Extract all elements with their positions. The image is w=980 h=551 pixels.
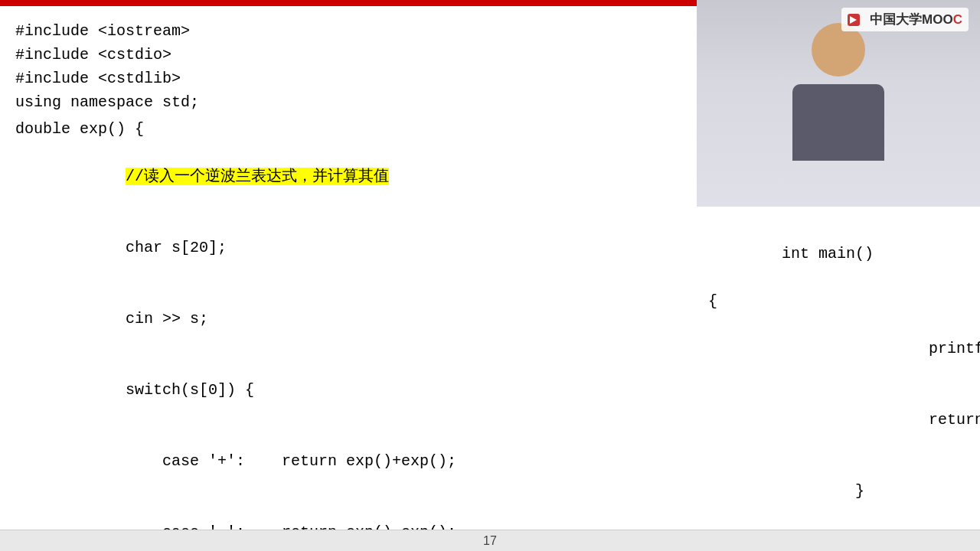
top-bar [0,0,697,6]
char-decl: char s[20]; [15,212,681,283]
include-cstdlib: #include <cstdlib> [15,67,681,90]
right-code-area: int main() { printf("%lf",exp()); return… [697,207,980,551]
cin-line: cin >> s; [15,283,681,354]
main-line3: printf("%lf",exp()); [708,313,969,384]
case-plus: case '+': return exp()+exp(); [15,425,681,497]
code-content: #include <iostream> #include <cstdio> #i… [0,8,697,551]
switch-line: switch(s[0]) { [15,354,681,425]
mooc-logo: 中国大学MOOC [841,8,969,31]
main-line1: int main() [708,218,969,289]
logo-play-icon [848,14,860,26]
func-signature: double exp() { [15,117,681,141]
page-number: 17 [483,534,497,548]
main-line5: } [708,455,969,527]
comment-line: //读入一个逆波兰表达式，并计算其值 [15,141,681,212]
include-cstdio: #include <cstdio> [15,43,681,67]
highlighted-comment: //读入一个逆波兰表达式，并计算其值 [126,168,389,185]
mooc-logo-text: 中国大学MOOC [870,12,962,27]
main-line4: return 0; [708,384,969,455]
main-container: #include <iostream> #include <cstdio> #i… [0,0,980,551]
webcam-area: 中国大学MOOC [697,0,980,207]
right-panel: 中国大学MOOC int main() { printf("%lf",exp()… [697,0,980,551]
person-body [792,84,884,161]
bottom-bar: 17 [0,530,980,551]
include-iostream: #include <iostream> [15,19,681,43]
code-panel: #include <iostream> #include <cstdio> #i… [0,0,697,551]
using-namespace: using namespace std; [15,90,681,114]
main-line2: { [708,289,969,313]
